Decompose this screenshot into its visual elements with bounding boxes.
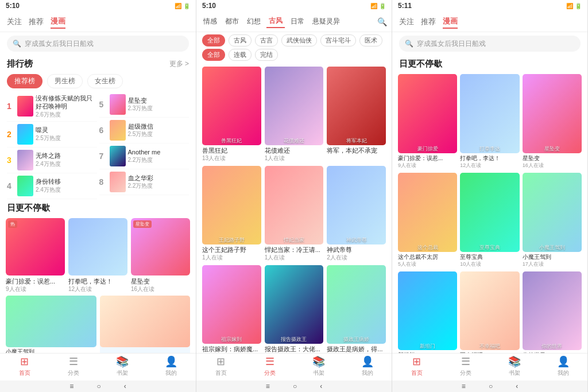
filter-ongoing[interactable]: 连载 <box>229 49 252 61</box>
search-bar-1[interactable]: 🔍 穿成孤女后我日日船戏 <box>7 36 189 52</box>
bottom-nav-mine-2[interactable]: 👤 我的 <box>343 354 392 378</box>
rank-item-7[interactable]: 7 Another me 2.2万热度 <box>99 143 189 169</box>
manga-item-1[interactable]: 兽黑狂妃 兽黑狂妃 13人在读 <box>202 67 261 162</box>
rank-tab-female[interactable]: 女生榜 <box>87 74 123 88</box>
rank-item-6[interactable]: 6 超级微信 2.5万热度 <box>99 118 189 143</box>
android-home-1[interactable]: ○ <box>96 382 100 390</box>
bottom-nav-category-2[interactable]: ☰ 分类 <box>245 354 294 378</box>
filter-medical[interactable]: 医术 <box>359 34 382 46</box>
daily-card-3[interactable]: 星坠变 星坠变 16人在读 <box>131 218 190 293</box>
status-bar-2: 5:10 📶 🔋 <box>196 0 392 11</box>
cat-tab-ancient[interactable]: 古风 <box>266 15 285 28</box>
bottom-nav-mine-1[interactable]: 👤 我的 <box>147 354 196 378</box>
s3-item-6[interactable]: 小魔王驾到 小魔王驾到 17人在读 <box>523 173 582 268</box>
manga-item-8[interactable]: 报告摄政王 报告摄政王：大佬... 5人在读 <box>265 265 324 361</box>
bookshelf-label-1: 书架 <box>117 369 128 377</box>
filter-all-2[interactable]: 全部 <box>202 49 225 61</box>
bottom-nav-category-1[interactable]: ☰ 分类 <box>49 354 98 378</box>
filter-ancient[interactable]: 古风 <box>229 34 252 46</box>
manga-item-3[interactable]: 将军本妃 将军，本妃不承宠 <box>327 67 386 162</box>
cat-tab-city[interactable]: 都市 <box>223 15 241 28</box>
bottom-nav-mine-3[interactable]: 👤 我的 <box>539 354 587 378</box>
s3-title-2: 打拳吧，李达！ <box>460 154 519 162</box>
android-back-3[interactable]: ‹ <box>516 382 518 390</box>
s3-item-8[interactable]: 不幸福吧 不幸福吧 24人在读 <box>460 271 519 367</box>
daily-title-3: 日更不停歇 <box>399 59 442 69</box>
rank-item-3[interactable]: 3 无终之路 2.4万热度 <box>7 148 97 173</box>
manga-cover-3: 将军本妃 <box>327 67 386 145</box>
bookshelf-icon-1: 📚 <box>116 355 129 368</box>
tab-follow-3[interactable]: 关注 <box>399 15 414 28</box>
cat-tab-emotion[interactable]: 情感 <box>201 15 219 28</box>
status-bar-1: 5:10 📶 🔋 <box>0 0 196 11</box>
tab-manga-1[interactable]: 漫画 <box>51 15 65 29</box>
daily-card-2[interactable]: 打拳吧，李达！ 12人在读 <box>68 218 127 293</box>
search-icon-2[interactable]: 🔍 <box>377 17 387 26</box>
android-menu-2[interactable]: ≡ <box>266 382 270 390</box>
manga-item-4[interactable]: 王妃路子野 这个王妃路子野 1人在读 <box>202 166 261 262</box>
android-home-2[interactable]: ○ <box>293 382 297 390</box>
daily-row2-1: 小魔王驾到 <box>0 296 196 358</box>
cat-tab-daily[interactable]: 日常 <box>288 15 307 28</box>
android-menu-3[interactable]: ≡ <box>462 382 466 390</box>
bottom-nav-home-2[interactable]: ⊞ 首页 <box>196 354 245 378</box>
tab-recommend-1[interactable]: 推荐 <box>29 15 44 28</box>
manga-item-5[interactable]: 悍妃当家 悍妃当家：冷王请... 1人在读 <box>265 166 324 262</box>
bottom-nav-category-3[interactable]: ☰ 分类 <box>441 354 490 378</box>
tab-manga-3[interactable]: 漫画 <box>443 15 458 29</box>
rank-tab-recommend[interactable]: 推荐榜 <box>7 74 42 88</box>
rank-more[interactable]: 更多 > <box>169 59 189 69</box>
s3-cover-9: 你的世界 <box>523 271 582 351</box>
rank-name-2: 噬灵 <box>36 126 97 134</box>
s3-item-5[interactable]: 至尊宝典 至尊宝典 10人在读 <box>460 173 519 268</box>
home-icon-3: ⊞ <box>412 355 421 368</box>
bottom-nav-home-1[interactable]: ⊞ 首页 <box>0 354 49 378</box>
android-menu-1[interactable]: ≡ <box>69 382 74 390</box>
status-time-1: 5:10 <box>6 2 20 10</box>
android-home-3[interactable]: ○ <box>489 382 493 390</box>
rank-item-2[interactable]: 2 噬灵 2.5万热度 <box>7 122 97 148</box>
mine-label-1: 我的 <box>165 369 177 377</box>
bottom-nav-bookshelf-1[interactable]: 📚 书架 <box>98 354 147 378</box>
daily-card-title-3: 星坠变 <box>131 277 190 285</box>
s3-item-9[interactable]: 你的世界 你的世界 7人在读 <box>523 271 582 367</box>
manga-item-7[interactable]: 祖宗嫁到 祖宗嫁到：病娇魔... <box>202 265 261 361</box>
manga-item-2[interactable]: 花债难还 花债难还 1人在读 <box>265 67 324 162</box>
search-bar-3[interactable]: 🔍 穿成孤女后我日日船戏 <box>399 36 581 52</box>
s3-item-7[interactable]: 新坦门 新坦门 14人在读 <box>398 271 457 367</box>
filter-wuxia[interactable]: 武侠仙侠 <box>281 34 317 46</box>
cat-tab-mystery[interactable]: 悬疑灵异 <box>310 15 342 28</box>
tab-recommend-3[interactable]: 推荐 <box>421 15 436 28</box>
rank-col-left: 1 没有修炼天赋的我只好召唤神明 2.6万热度 2 噬灵 2.5万热度 <box>7 92 97 199</box>
rank-heat-5: 2.3万热度 <box>128 104 189 112</box>
bottom-nav-bookshelf-2[interactable]: 📚 书架 <box>294 354 343 378</box>
rank-item-8[interactable]: 8 血之华彩 2.2万热度 <box>99 169 189 195</box>
android-back-1[interactable]: ‹ <box>124 382 126 390</box>
mine-label-3: 我的 <box>558 369 569 377</box>
screen-1: 5:10 📶 🔋 关注 推荐 漫画 🔍 穿成孤女后我日日船戏 排行榜 更多 > … <box>0 0 196 392</box>
filter-all-1[interactable]: 全部 <box>202 34 225 46</box>
s3-item-2[interactable]: 打拳李达 打拳吧，李达！ 12人在读 <box>460 74 519 169</box>
android-back-2[interactable]: ‹ <box>320 382 322 390</box>
filter-palace[interactable]: 宫斗宅斗 <box>320 34 356 46</box>
s3-item-1[interactable]: 豪门掠爱 豪门掠爱：误惹... 9人在读 <box>398 74 457 169</box>
bottom-nav-bookshelf-3[interactable]: 📚 书架 <box>490 354 539 378</box>
daily-card2-small[interactable]: 小魔王驾到 <box>6 296 96 355</box>
filter-classic[interactable]: 古言 <box>255 34 278 46</box>
manga-item-9[interactable]: 摄政王病娇 摄政王是病娇，得... 5人在读 <box>327 265 386 361</box>
filter-complete[interactable]: 完结 <box>255 49 278 61</box>
cat-tab-fantasy[interactable]: 幻想 <box>245 15 263 28</box>
rank-list: 1 没有修炼天赋的我只好召唤神明 2.6万热度 2 噬灵 2.5万热度 <box>0 92 196 199</box>
tab-follow-1[interactable]: 关注 <box>7 15 22 28</box>
bottom-nav-home-3[interactable]: ⊞ 首页 <box>392 354 441 378</box>
daily-card-1[interactable]: 热 豪门掠爱：误惹... 9人在读 <box>6 218 65 293</box>
rank-item-5[interactable]: 5 星坠变 2.3万热度 <box>99 92 189 118</box>
s3-item-3[interactable]: 星坠变 星坠变 16人在读 <box>523 74 582 169</box>
rank-thumb-5 <box>110 94 126 115</box>
manga-item-6[interactable]: 神武帝尊 神武帝尊 2人在读 <box>327 166 386 262</box>
rank-tab-male[interactable]: 男生榜 <box>47 74 83 88</box>
status-time-2: 5:10 <box>202 2 216 10</box>
s3-item-4[interactable]: 这个总裁 这个总裁不太厉 5人在读 <box>398 173 457 268</box>
rank-item-4[interactable]: 4 身份转移 2.4万热度 <box>7 173 97 199</box>
rank-item-1[interactable]: 1 没有修炼天赋的我只好召唤神明 2.6万热度 <box>7 92 97 122</box>
